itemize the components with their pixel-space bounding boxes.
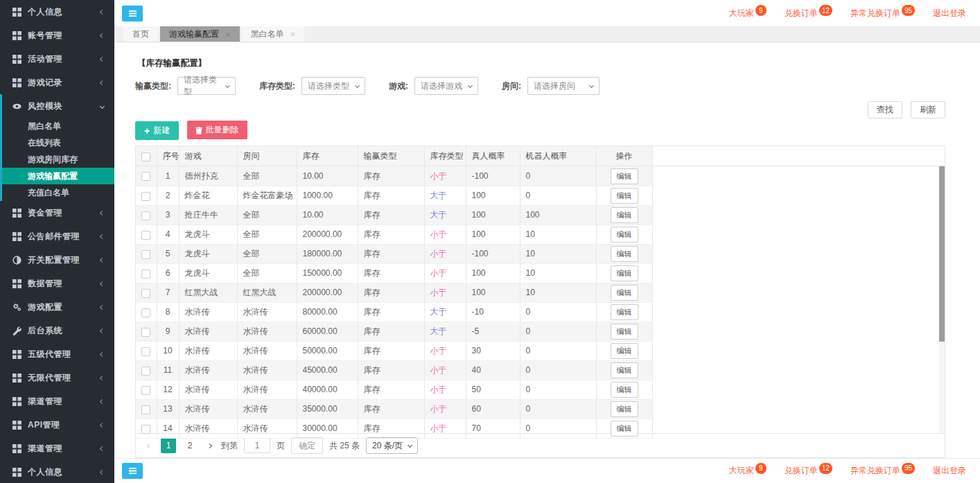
prev-page-button[interactable]: [143, 444, 155, 448]
sidebar-item[interactable]: 活动管理: [0, 47, 114, 71]
cell-stock: 80000.00: [297, 302, 358, 322]
edit-button[interactable]: 编辑: [611, 324, 638, 340]
select-all-checkbox[interactable]: [141, 152, 150, 161]
page-size-select[interactable]: 20 条/页: [366, 437, 418, 454]
nav-link[interactable]: 兑换订单12: [785, 8, 832, 19]
chevron-left-icon: [100, 351, 105, 356]
tab-bar: 首页游戏输赢配置×黑白名单×: [114, 26, 980, 42]
row-checkbox[interactable]: [141, 405, 150, 414]
cell-human-prob: 50: [466, 380, 520, 399]
tab[interactable]: 游戏输赢配置×: [160, 26, 240, 42]
refresh-button[interactable]: 刷新: [911, 101, 945, 118]
sidebar-subitem[interactable]: 充值白名单: [0, 184, 114, 201]
confirm-page-button[interactable]: 确定: [291, 437, 323, 454]
menu-toggle-button-bottom[interactable]: [122, 463, 143, 479]
edit-button[interactable]: 编辑: [611, 343, 638, 359]
row-checkbox[interactable]: [141, 250, 150, 259]
cell-stock: 200000.00: [297, 283, 358, 302]
table-scrollbar-track[interactable]: [939, 166, 945, 433]
menu-toggle-button[interactable]: [122, 6, 143, 21]
filter-select[interactable]: 请选择房间: [527, 77, 600, 95]
sidebar-item[interactable]: 账号管理: [0, 24, 114, 47]
sidebar-item[interactable]: 个人信息: [0, 0, 114, 24]
cell-actions: 编辑: [596, 283, 652, 302]
edit-button[interactable]: 编辑: [611, 285, 638, 301]
row-checkbox[interactable]: [141, 328, 150, 337]
new-button[interactable]: + 新建: [135, 121, 179, 140]
sidebar-item[interactable]: 五级代管理: [0, 342, 114, 366]
row-checkbox[interactable]: [141, 425, 150, 434]
cell-room: 全部: [237, 166, 297, 186]
edit-button[interactable]: 编辑: [611, 265, 638, 281]
cell-actions: 编辑: [596, 419, 652, 438]
edit-button[interactable]: 编辑: [611, 188, 638, 204]
next-page-button[interactable]: [204, 444, 215, 448]
tab-close-icon[interactable]: ×: [290, 30, 296, 39]
cell-win-type: 库存: [358, 244, 424, 263]
row-checkbox[interactable]: [141, 172, 150, 181]
edit-button[interactable]: 编辑: [611, 227, 638, 243]
edit-button[interactable]: 编辑: [611, 168, 638, 184]
nav-link[interactable]: 兑换订单12: [785, 465, 832, 477]
sidebar-item[interactable]: 渠道管理: [0, 437, 114, 460]
count-badge: 9: [755, 5, 767, 16]
nav-link[interactable]: 异常兑换订单95: [850, 8, 915, 19]
nav-link[interactable]: 退出登录: [933, 465, 966, 477]
row-checkbox-cell: [136, 205, 157, 225]
row-checkbox[interactable]: [141, 347, 150, 356]
tab[interactable]: 黑白名单×: [242, 26, 305, 42]
batch-delete-button[interactable]: 批量删除: [187, 121, 247, 139]
grid-icon: [12, 209, 21, 218]
edit-button[interactable]: 编辑: [611, 246, 638, 262]
edit-button[interactable]: 编辑: [611, 362, 638, 378]
filter-select[interactable]: 请选择类型: [301, 77, 365, 95]
sidebar-subitem[interactable]: 游戏输赢配置: [0, 168, 114, 184]
filter-select[interactable]: 请选择游戏: [414, 77, 478, 95]
edit-button[interactable]: 编辑: [611, 207, 638, 223]
nav-link[interactable]: 异常兑换订单95: [850, 465, 915, 477]
sidebar-item[interactable]: 个人信息: [0, 460, 114, 483]
nav-link-label: 退出登录: [933, 465, 966, 477]
sidebar-subitem[interactable]: 黑白名单: [0, 118, 114, 134]
sidebar-subitem[interactable]: 游戏房间库存: [0, 151, 114, 168]
row-checkbox[interactable]: [141, 211, 150, 220]
nav-link[interactable]: 大玩家9: [729, 8, 767, 19]
sidebar-item[interactable]: 游戏配置: [0, 295, 114, 319]
sidebar-item[interactable]: 游戏记录: [0, 71, 114, 94]
goto-page-input[interactable]: [244, 438, 270, 453]
sidebar-subitem[interactable]: 在线列表: [0, 134, 114, 151]
row-checkbox[interactable]: [141, 289, 150, 298]
row-checkbox[interactable]: [141, 367, 150, 376]
page-button-1[interactable]: 1: [161, 438, 176, 453]
table-row: 5龙虎斗全部180000.00库存小于-10010编辑: [136, 244, 652, 263]
sidebar-item[interactable]: API管理: [0, 413, 114, 437]
tab-close-icon[interactable]: ×: [225, 30, 231, 39]
sidebar-item[interactable]: 无限代管理: [0, 366, 114, 389]
chevron-left-icon: [100, 56, 105, 61]
page-button-2[interactable]: 2: [182, 438, 198, 453]
edit-button[interactable]: 编辑: [611, 401, 638, 417]
cell-stock: 150000.00: [297, 263, 358, 283]
sidebar-item[interactable]: 公告邮件管理: [0, 225, 114, 248]
nav-link[interactable]: 退出登录: [933, 8, 966, 19]
nav-link[interactable]: 大玩家9: [729, 465, 767, 477]
sidebar-item[interactable]: 风控模块: [0, 94, 114, 118]
filter-group: 库存类型:请选择类型: [259, 77, 365, 95]
row-checkbox[interactable]: [141, 231, 150, 240]
row-checkbox[interactable]: [141, 192, 150, 201]
edit-button[interactable]: 编辑: [611, 304, 638, 320]
search-button[interactable]: 查找: [868, 101, 902, 118]
edit-button[interactable]: 编辑: [611, 421, 638, 437]
tab[interactable]: 首页: [123, 26, 158, 42]
sidebar-item[interactable]: 开关配置管理: [0, 248, 114, 272]
sidebar-item[interactable]: 后台系统: [0, 319, 114, 342]
edit-button[interactable]: 编辑: [611, 382, 638, 398]
filter-select[interactable]: 请选择类型: [177, 77, 236, 95]
row-checkbox[interactable]: [141, 270, 150, 279]
table-scrollbar-thumb[interactable]: [939, 166, 945, 342]
sidebar-item[interactable]: 资金管理: [0, 201, 114, 225]
sidebar-item[interactable]: 数据管理: [0, 272, 114, 295]
row-checkbox[interactable]: [141, 386, 150, 395]
sidebar-item[interactable]: 渠道管理: [0, 389, 114, 413]
row-checkbox[interactable]: [141, 308, 150, 317]
